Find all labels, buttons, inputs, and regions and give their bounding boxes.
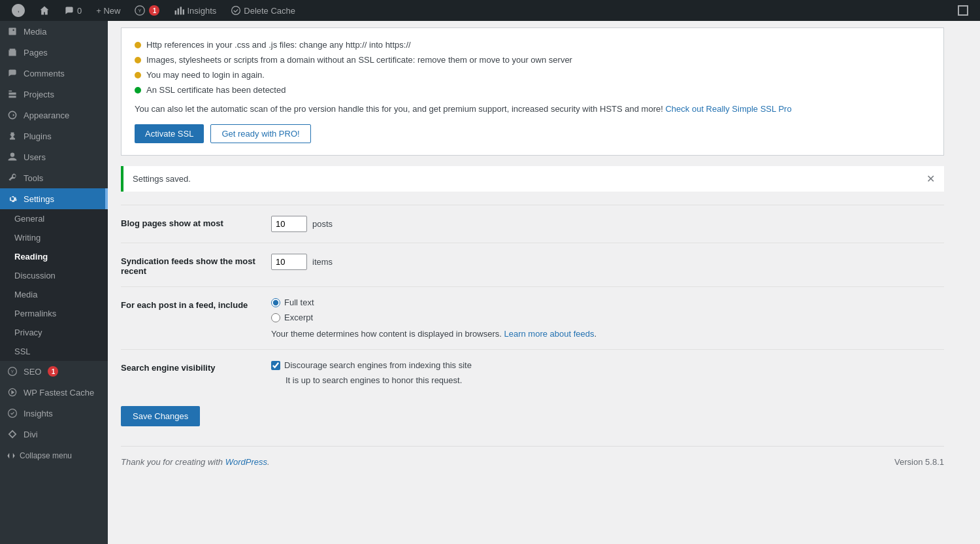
save-row: Save Changes xyxy=(121,396,944,426)
ssl-list-item: Images, stylesheets or scripts from a do… xyxy=(135,55,930,65)
sidebar-item-divi[interactable]: Divi xyxy=(0,424,108,445)
dot-yellow-2 xyxy=(135,57,141,63)
feed-help-link[interactable]: Learn more about feeds xyxy=(504,329,595,339)
delete-cache-item[interactable]: Delete Cache xyxy=(225,0,301,21)
excerpt-radio[interactable] xyxy=(271,313,280,322)
submenu-writing-label: Writing xyxy=(14,233,41,243)
appearance-icon xyxy=(7,109,18,121)
discourage-checkbox-item[interactable]: Discourage search engines from indexing … xyxy=(271,360,944,370)
seo-badge: 1 xyxy=(48,366,58,377)
sidebar-item-media-label: Media xyxy=(24,27,46,37)
dot-green-1 xyxy=(135,87,141,94)
sidebar-item-insights[interactable]: Insights xyxy=(0,403,108,424)
sidebar-item-seo-label: SEO xyxy=(24,367,41,377)
home-item[interactable] xyxy=(34,0,55,21)
wp-fastest-cache-icon xyxy=(7,386,18,398)
feed-post-row: For each post in a feed, include Full te… xyxy=(121,286,944,349)
sidebar-item-comments-label: Comments xyxy=(24,69,65,78)
sidebar-item-users[interactable]: Users xyxy=(0,146,108,167)
submenu-item-permalinks[interactable]: Permalinks xyxy=(0,304,108,323)
pages-icon xyxy=(7,46,18,58)
submenu-item-media[interactable]: Media xyxy=(0,285,108,304)
sidebar-item-media[interactable]: Media xyxy=(0,21,108,42)
wp-logo-item[interactable] xyxy=(7,0,30,21)
comment-item[interactable]: 0 xyxy=(59,0,87,21)
blog-pages-label: Blog pages show at most xyxy=(121,216,271,228)
submenu-item-privacy[interactable]: Privacy xyxy=(0,323,108,342)
submenu-privacy-label: Privacy xyxy=(14,328,42,337)
blog-pages-control: posts xyxy=(271,216,944,232)
page-footer: Thank you for creating with WordPress. V… xyxy=(121,446,944,467)
ssl-list-item: An SSL certificate has been detected xyxy=(135,85,930,95)
sidebar-item-plugins[interactable]: Plugins xyxy=(0,126,108,146)
discourage-checkbox[interactable] xyxy=(271,361,280,370)
sidebar-item-tools-label: Tools xyxy=(24,173,43,183)
ssl-pro-link[interactable]: Check out Really Simple SSL Pro xyxy=(665,104,791,114)
activate-ssl-button[interactable]: Activate SSL xyxy=(135,124,204,143)
sidebar-item-seo[interactable]: Y SEO 1 xyxy=(0,361,108,382)
excerpt-radio-item[interactable]: Excerpt xyxy=(271,313,944,322)
blog-pages-unit: posts xyxy=(312,219,333,229)
get-pro-button[interactable]: Get ready with PRO! xyxy=(210,124,310,143)
sidebar: Media Pages Comments Projects Appearance xyxy=(0,21,108,544)
yoast-item[interactable]: Y 1 xyxy=(129,0,165,21)
submenu-item-discussion[interactable]: Discussion xyxy=(0,266,108,285)
projects-icon xyxy=(7,88,18,100)
discourage-label: Discourage search engines from indexing … xyxy=(284,360,472,370)
sidebar-item-divi-label: Divi xyxy=(24,430,38,439)
syndication-control: items xyxy=(271,254,944,270)
svg-point-6 xyxy=(232,7,240,15)
ssl-box: Http references in your .css and .js fil… xyxy=(121,27,944,156)
blog-pages-input-row: posts xyxy=(271,216,944,232)
save-changes-button[interactable]: Save Changes xyxy=(121,406,200,426)
svg-text:Y: Y xyxy=(139,8,142,14)
ssl-buttons: Activate SSL Get ready with PRO! xyxy=(135,124,930,143)
submenu-item-writing[interactable]: Writing xyxy=(0,228,108,247)
submenu-media-label: Media xyxy=(14,290,37,299)
tools-icon xyxy=(7,172,18,184)
full-text-radio-item[interactable]: Full text xyxy=(271,298,944,307)
insights-bar-label: Insights xyxy=(187,6,216,16)
full-text-radio[interactable] xyxy=(271,298,280,307)
comment-count: 0 xyxy=(77,6,82,16)
new-item[interactable]: + New xyxy=(91,0,125,21)
sidebar-item-settings[interactable]: Settings xyxy=(0,188,108,209)
sidebar-item-projects[interactable]: Projects xyxy=(0,84,108,105)
svg-rect-3 xyxy=(178,8,179,15)
syndication-input[interactable] xyxy=(271,254,307,270)
admin-bar: 0 + New Y 1 Insights Delete Cache xyxy=(0,0,980,21)
feed-help-text: Your theme determines how content is dis… xyxy=(271,329,944,339)
submenu-item-general[interactable]: General xyxy=(0,209,108,228)
syndication-unit: items xyxy=(312,257,333,267)
syndication-input-row: items xyxy=(271,254,944,270)
submenu-permalinks-label: Permalinks xyxy=(14,309,56,318)
sidebar-item-comments[interactable]: Comments xyxy=(0,63,108,84)
sidebar-item-wp-fastest-cache[interactable]: WP Fastest Cache xyxy=(0,382,108,403)
blog-pages-input[interactable] xyxy=(271,216,307,232)
collapse-menu[interactable]: Collapse menu xyxy=(0,445,108,467)
footer-version: Version 5.8.1 xyxy=(894,457,944,467)
sidebar-item-tools[interactable]: Tools xyxy=(0,167,108,188)
search-engine-control: Discourage search engines from indexing … xyxy=(271,360,944,385)
settings-form: Blog pages show at most posts Syndicatio… xyxy=(121,205,944,426)
sidebar-item-appearance[interactable]: Appearance xyxy=(0,105,108,126)
ssl-item-2-text: Images, stylesheets or scripts from a do… xyxy=(146,55,572,65)
submenu-item-ssl[interactable]: SSL xyxy=(0,342,108,361)
sidebar-item-pages[interactable]: Pages xyxy=(0,42,108,63)
footer-left: Thank you for creating with WordPress. xyxy=(121,457,270,467)
submenu-general-label: General xyxy=(14,214,44,224)
media-icon xyxy=(7,26,18,37)
syndication-label: Syndication feeds show the most recent xyxy=(121,254,271,276)
admin-bar-right xyxy=(958,5,973,16)
wordpress-link[interactable]: WordPress xyxy=(225,457,267,467)
content-wrap: Http references in your .css and .js fil… xyxy=(108,21,957,480)
notice-close-button[interactable]: ✕ xyxy=(926,173,935,185)
delete-cache-label: Delete Cache xyxy=(244,6,295,16)
thank-you-text: Thank you for creating with xyxy=(121,457,223,467)
feed-radio-group: Full text Excerpt xyxy=(271,298,944,322)
svg-rect-4 xyxy=(180,7,182,14)
submenu-item-reading[interactable]: Reading xyxy=(0,247,108,266)
insights-bar-item[interactable]: Insights xyxy=(169,0,221,21)
sidebar-item-users-label: Users xyxy=(24,152,46,162)
insights-icon xyxy=(7,407,18,419)
